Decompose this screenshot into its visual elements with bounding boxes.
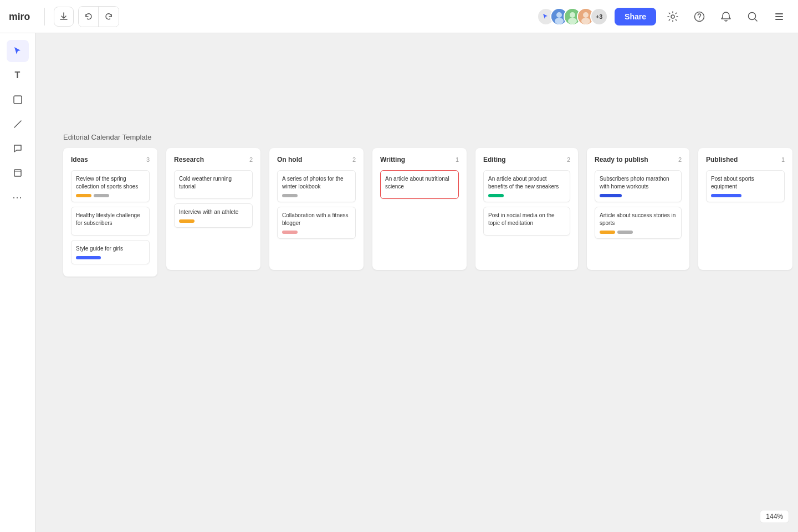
undo-redo-group <box>78 6 119 27</box>
column-count-ideas: 3 <box>146 156 150 163</box>
card-ideas-2[interactable]: Healthy lifestyle challenge for subscrib… <box>71 207 150 236</box>
card-ideas-3[interactable]: Style guide for girls <box>71 240 150 264</box>
card-tags <box>76 194 145 197</box>
card-editing-2[interactable]: Post in social media on the topic of med… <box>483 207 570 236</box>
card-on-hold-1[interactable]: A series of photos for the winter lookbo… <box>277 170 356 202</box>
undo-button[interactable] <box>79 7 99 27</box>
logo[interactable]: miro <box>9 10 35 23</box>
divider <box>44 8 45 25</box>
sticky-note-tool[interactable] <box>7 89 29 111</box>
column-header-ready-to-publish: Ready to publish 2 <box>595 156 682 163</box>
more-tools[interactable]: ··· <box>7 186 29 208</box>
card-tags <box>179 219 248 223</box>
column-title-research: Research <box>174 156 204 163</box>
card-text: An article about nutritional science <box>385 175 454 191</box>
column-header-published: Published 1 <box>706 156 785 163</box>
collaborator-avatars: +3 <box>537 8 608 25</box>
select-tool[interactable] <box>7 40 29 62</box>
svg-point-3 <box>555 18 564 24</box>
share-button[interactable]: Share <box>615 8 656 25</box>
card-tags <box>600 194 677 197</box>
card-editing-1[interactable]: An article about product benefits of the… <box>483 170 570 202</box>
draw-tool[interactable] <box>7 113 29 135</box>
column-research: Research 2 Cold weather running tutorial… <box>166 148 260 270</box>
svg-point-9 <box>581 18 590 24</box>
column-ideas: Ideas 3 Review of the spring collection … <box>63 148 157 277</box>
card-text: Healthy lifestyle challenge for subscrib… <box>76 212 145 227</box>
topbar-left: miro <box>9 6 119 27</box>
settings-icon-button[interactable] <box>663 7 683 27</box>
column-header-editing: Editing 2 <box>483 156 570 163</box>
column-title-editing: Editing <box>483 156 506 163</box>
export-button[interactable] <box>54 7 74 27</box>
card-tags <box>282 194 351 197</box>
topbar: miro <box>0 0 798 33</box>
tag <box>76 256 101 259</box>
card-text: Article about success stories in sports <box>600 212 677 227</box>
zoom-level: 144% <box>766 513 783 520</box>
search-icon-button[interactable] <box>743 7 763 27</box>
card-ready-1[interactable]: Subscribers photo marathon with home wor… <box>595 170 682 202</box>
svg-point-5 <box>570 12 575 18</box>
comment-tool[interactable] <box>7 137 29 160</box>
card-tags <box>76 256 145 259</box>
card-ideas-1[interactable]: Review of the spring collection of sport… <box>71 170 150 202</box>
card-tags <box>600 231 677 234</box>
card-text: Collaboration with a fitness blogger <box>282 212 351 227</box>
column-count-writing: 1 <box>456 156 459 163</box>
topbar-right: +3 Share <box>537 7 789 27</box>
help-icon-button[interactable] <box>689 7 709 27</box>
kanban-board: Ideas 3 Review of the spring collection … <box>63 148 792 277</box>
card-on-hold-2[interactable]: Collaboration with a fitness blogger <box>277 207 356 239</box>
svg-rect-13 <box>775 13 783 14</box>
notifications-icon-button[interactable] <box>716 7 736 27</box>
svg-rect-18 <box>14 170 21 176</box>
column-published: Published 1 Post about sports equipment <box>698 148 792 270</box>
extra-collaborators[interactable]: +3 <box>590 8 608 25</box>
column-header-research: Research 2 <box>174 156 253 163</box>
card-text: Subscribers photo marathon with home wor… <box>600 175 677 191</box>
card-text: Post in social media on the topic of med… <box>488 212 565 227</box>
board-title: Editorial Calendar Template <box>63 133 792 141</box>
column-title-writing: Writting <box>380 156 405 163</box>
tag <box>617 231 633 234</box>
svg-rect-15 <box>775 19 783 20</box>
frame-tool[interactable] <box>7 162 29 184</box>
board-content: Editorial Calendar Template Ideas 3 Revi… <box>63 133 792 277</box>
svg-rect-16 <box>14 96 22 104</box>
svg-point-11 <box>699 18 700 19</box>
column-title-published: Published <box>706 156 738 163</box>
canvas[interactable]: Editorial Calendar Template Ideas 3 Revi… <box>35 33 798 532</box>
card-text: Review of the spring collection of sport… <box>76 175 145 191</box>
column-count-research: 2 <box>249 156 253 163</box>
column-title-on-hold: On hold <box>277 156 302 163</box>
tag <box>76 194 91 197</box>
column-header-writing: Writting 1 <box>380 156 459 163</box>
menu-icon-button[interactable] <box>769 7 789 27</box>
column-editing: Editing 2 An article about product benef… <box>475 148 578 270</box>
tag <box>488 194 504 197</box>
svg-line-17 <box>14 121 21 127</box>
redo-button[interactable] <box>99 7 119 27</box>
card-tags <box>282 231 351 234</box>
column-header-ideas: Ideas 3 <box>71 156 150 163</box>
tag <box>282 231 298 234</box>
card-research-1[interactable]: Cold weather running tutorial <box>174 170 253 199</box>
zoom-indicator: 144% <box>760 510 789 523</box>
card-tags <box>488 194 565 197</box>
tag <box>600 194 622 197</box>
column-count-ready-to-publish: 2 <box>678 156 682 163</box>
column-count-on-hold: 2 <box>352 156 356 163</box>
text-tool[interactable]: T <box>7 64 29 86</box>
column-count-editing: 2 <box>567 156 570 163</box>
card-published-1[interactable]: Post about sports equipment <box>706 170 785 202</box>
card-writing-1[interactable]: An article about nutritional science <box>380 170 459 199</box>
card-research-2[interactable]: Interview with an athlete <box>174 203 253 228</box>
card-text: Cold weather running tutorial <box>179 175 248 191</box>
card-tags <box>711 194 780 197</box>
column-count-published: 1 <box>781 156 785 163</box>
column-title-ideas: Ideas <box>71 156 88 163</box>
column-writing: Writting 1 An article about nutritional … <box>372 148 467 270</box>
column-ready-to-publish: Ready to publish 2 Subscribers photo mar… <box>587 148 689 270</box>
card-ready-2[interactable]: Article about success stories in sports <box>595 207 682 239</box>
